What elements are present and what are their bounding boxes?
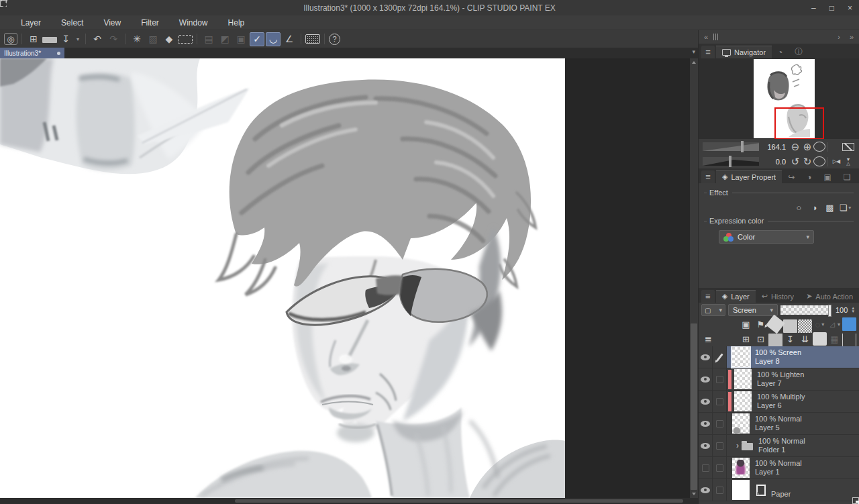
zoom-out-button[interactable]: ⊖ (789, 141, 801, 153)
tablet-mode-button[interactable] (305, 34, 320, 44)
rotate-right-button[interactable]: ↻ (801, 156, 813, 168)
layer-thumbnail[interactable] (732, 480, 750, 500)
layer-row[interactable]: › 100 % Screen Layer 8 (699, 346, 859, 368)
layer-thumbnail[interactable] (734, 369, 752, 389)
layer-thumbnail[interactable] (734, 391, 752, 411)
fill-button[interactable]: ◆ (162, 32, 176, 46)
layer-visibility-toggle[interactable] (699, 391, 713, 412)
new-folder-button[interactable] (768, 334, 782, 347)
document-tab[interactable]: Illustration3* (0, 48, 64, 58)
transfer-to-lower-layer-button[interactable]: ↧ (783, 332, 797, 346)
layer-visibility-toggle[interactable] (699, 457, 713, 478)
navigator-preview[interactable] (699, 58, 859, 139)
horizontal-scrollbar[interactable] (0, 498, 698, 504)
layer-visibility-toggle[interactable] (699, 346, 713, 368)
layer-color-effect-button[interactable]: ❏ (838, 201, 852, 214)
layer-row-body[interactable]: › 100 % Screen Layer 8 (727, 346, 859, 368)
canvas[interactable] (0, 58, 565, 498)
horizontal-scroll-thumb[interactable] (235, 499, 683, 503)
border-effect-button[interactable]: ○ (792, 201, 806, 214)
menu-item[interactable]: Window (169, 15, 218, 30)
menu-item[interactable]: Filter (131, 15, 169, 30)
folder-expand-icon[interactable]: › (736, 441, 739, 450)
maximize-button[interactable]: □ (829, 3, 834, 13)
menu-item[interactable]: Help (218, 15, 255, 30)
snap-to-grid-button[interactable]: ▣ (234, 32, 248, 46)
layer-row-body[interactable]: › 100 % Lighten Layer 7 (727, 368, 859, 390)
layer-edit-cell[interactable] (713, 413, 727, 434)
opacity-slider[interactable] (780, 305, 831, 315)
layer-row[interactable]: › Paper (699, 479, 859, 501)
tone-effect-button[interactable]: ◑ (807, 201, 821, 214)
merge-with-lower-layer-button[interactable]: ⇊ (798, 332, 812, 346)
new-canvas-button[interactable]: ⊞ (26, 32, 41, 46)
vertical-scrollbar[interactable] (690, 58, 698, 498)
tab-history[interactable]: ↩ History (756, 290, 800, 303)
tab-overflow-chevron-icon[interactable]: ▾ (692, 48, 695, 55)
layer-thumbnail[interactable] (732, 413, 750, 434)
create-layer-mask-button[interactable] (813, 332, 827, 346)
clear-button[interactable]: ✳ (130, 32, 144, 46)
snap-to-special-ruler-button[interactable]: ◩ (217, 32, 232, 46)
save-options-chevron[interactable]: ▾ (74, 32, 81, 46)
fit-to-screen-button[interactable] (813, 142, 825, 152)
expression-color-dropdown[interactable]: Color ▾ (719, 230, 814, 244)
tab-layer[interactable]: ◈ Layer (716, 290, 756, 303)
minimize-button[interactable]: – (811, 3, 816, 13)
layer-edit-cell[interactable] (713, 435, 727, 456)
snap-to-ruler-button[interactable]: ▤ (201, 32, 216, 46)
rotate-slider[interactable] (703, 157, 759, 166)
new-layer-dialog-button[interactable]: ⊡ (754, 332, 768, 346)
sub-tool-detail-tab[interactable]: ▣ (817, 170, 837, 183)
layer-row[interactable]: › 100 % Normal Folder 1 (699, 435, 859, 457)
enable-mask-button[interactable]: ◌ (813, 317, 827, 331)
halftone-effect-button[interactable]: ▩ (823, 201, 837, 214)
reset-rotation-button[interactable] (813, 156, 825, 166)
collapse-panel-icon[interactable]: « (704, 33, 708, 41)
layer-row-body[interactable]: › 100 % Normal Folder 1 (727, 435, 859, 456)
fit-to-navigator-button[interactable] (830, 142, 842, 151)
tab-navigator[interactable]: Navigator (716, 46, 772, 58)
layer-edit-cell[interactable] (713, 479, 727, 501)
layer-edit-cell[interactable] (713, 391, 727, 412)
actual-size-button[interactable] (842, 143, 854, 151)
layer-visibility-toggle[interactable] (699, 479, 713, 501)
palette-color-dropdown[interactable]: ▢ ▾ (701, 304, 725, 316)
next-panel-icon[interactable]: › (838, 33, 840, 41)
layer-row-body[interactable]: › 100 % Normal Layer 1 (727, 457, 859, 478)
tool-property-tab[interactable]: ↪ (782, 170, 801, 183)
snap-angle-button[interactable]: ∠ (282, 32, 297, 46)
menu-item[interactable]: View (93, 15, 131, 30)
navigator-view-rectangle[interactable] (774, 107, 824, 139)
new-raster-layer-button[interactable]: ⊞ (739, 332, 753, 346)
layer-color-button[interactable] (842, 317, 856, 331)
layer-visibility-toggle[interactable] (699, 435, 713, 456)
snap-curve-toggle[interactable]: ◡ (266, 32, 281, 46)
open-canvas-button[interactable] (42, 37, 57, 43)
close-button[interactable]: × (848, 3, 852, 13)
menu-item[interactable]: Layer (11, 15, 51, 30)
zoom-in-button[interactable]: ⊕ (801, 141, 813, 153)
menu-item[interactable]: Select (51, 15, 93, 30)
canvas-viewport[interactable] (0, 58, 698, 498)
layer-row[interactable]: › 100 % Normal Layer 1 (699, 457, 859, 479)
flip-horizontal-button[interactable]: ▷◀ (830, 156, 842, 168)
clear-outside-selection-button[interactable]: ▨ (146, 32, 160, 46)
layer-thumbnail[interactable] (732, 347, 750, 367)
layer-visibility-toggle[interactable] (699, 413, 713, 434)
snap-special-ruler-toggle[interactable]: ✓ (250, 32, 264, 46)
undo-button[interactable]: ↶ (90, 32, 105, 46)
sub-view-tab[interactable]: ◔ (772, 46, 789, 58)
opacity-spinner[interactable]: ▲▼ (851, 307, 855, 313)
layer-thumbnail[interactable] (732, 458, 750, 478)
scroll-up-icon[interactable] (692, 61, 696, 64)
layer-edit-cell[interactable] (713, 368, 727, 390)
clip-studio-button[interactable]: ◎ (4, 33, 17, 45)
layer-row[interactable]: › 100 % Multiply Layer 6 (699, 391, 859, 413)
zoom-slider[interactable] (703, 142, 759, 151)
redo-button[interactable]: ↷ (106, 32, 121, 46)
clip-to-layer-below-button[interactable]: ▣ (739, 317, 753, 331)
layer-row[interactable]: › 100 % Normal Layer 5 (699, 413, 859, 435)
brush-shape-tab[interactable]: ◑ (801, 170, 817, 183)
tab-layer-property[interactable]: ◈ Layer Propert (716, 170, 782, 183)
